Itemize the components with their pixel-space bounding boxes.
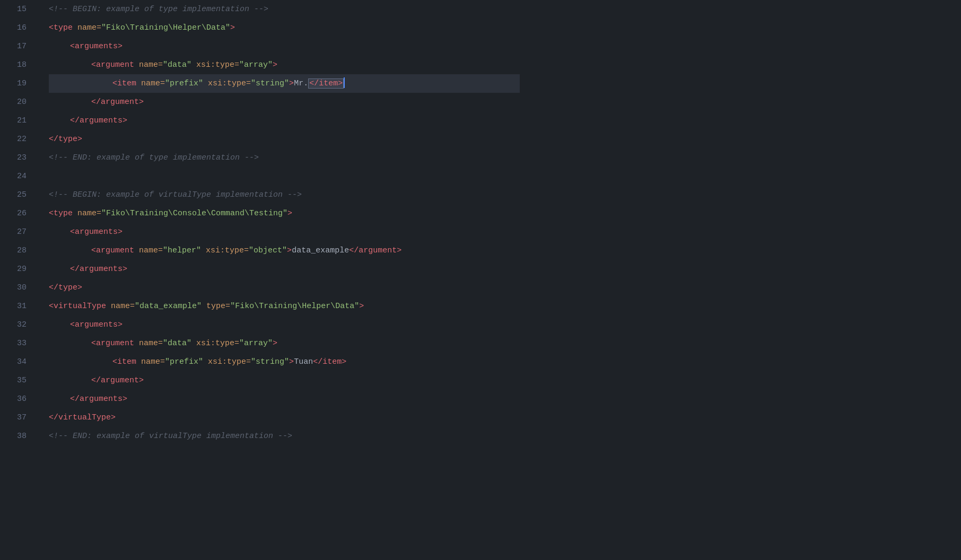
code-line-34: <item name="prefix" xsi:type="string">Tu… — [49, 353, 520, 371]
line-numbers: 15 16 17 18 19 20 21 22 23 24 25 26 27 2… — [0, 0, 36, 560]
code-line-26: <type name="Fiko\Training\Console\Comman… — [49, 204, 520, 223]
line-num-32: 32 — [0, 316, 27, 334]
code-line-25: <!-- BEGIN: example of virtualType imple… — [49, 186, 520, 204]
code-line-18: <argument name="data" xsi:type="array"> — [49, 56, 520, 74]
right-panel — [530, 0, 961, 560]
line-num-38: 38 — [0, 427, 27, 445]
line-num-18: 18 — [0, 56, 27, 74]
code-line-23: <!-- END: example of type implementation… — [49, 148, 520, 167]
line-num-17: 17 — [0, 37, 27, 56]
code-line-22: </type> — [49, 130, 520, 148]
line-num-26: 26 — [0, 204, 27, 223]
code-line-27: <arguments> — [49, 223, 520, 241]
code-line-36: </arguments> — [49, 390, 520, 408]
code-line-28: <argument name="helper" xsi:type="object… — [49, 241, 520, 260]
line-num-25: 25 — [0, 186, 27, 204]
code-line-19: <item name="prefix" xsi:type="string">Mr… — [49, 74, 520, 93]
code-line-32: <arguments> — [49, 316, 520, 334]
line-num-15: 15 — [0, 0, 27, 19]
code-line-29: </arguments> — [49, 260, 520, 278]
code-area[interactable]: <!-- BEGIN: example of type implementati… — [36, 0, 530, 560]
line-num-37: 37 — [0, 408, 27, 427]
code-line-37: </virtualType> — [49, 408, 520, 427]
line-num-30: 30 — [0, 278, 27, 297]
line-num-20: 20 — [0, 93, 27, 111]
line-num-23: 23 — [0, 148, 27, 167]
code-line-16: <type name="Fiko\Training\Helper\Data"> — [49, 19, 520, 37]
line-num-19: 19 — [0, 74, 27, 93]
line-num-28: 28 — [0, 241, 27, 260]
code-line-35: </argument> — [49, 371, 520, 390]
code-line-30: </type> — [49, 278, 520, 297]
line-num-31: 31 — [0, 297, 27, 316]
line-num-34: 34 — [0, 353, 27, 371]
code-line-20: </argument> — [49, 93, 520, 111]
code-line-33: <argument name="data" xsi:type="array"> — [49, 334, 520, 353]
code-line-21: </arguments> — [49, 111, 520, 130]
code-line-31: <virtualType name="data_example" type="F… — [49, 297, 520, 316]
line-num-36: 36 — [0, 390, 27, 408]
line-num-22: 22 — [0, 130, 27, 148]
line-num-21: 21 — [0, 111, 27, 130]
code-line-38: <!-- END: example of virtualType impleme… — [49, 427, 520, 445]
code-line-17: <arguments> — [49, 37, 520, 56]
line-num-24: 24 — [0, 167, 27, 186]
line-num-29: 29 — [0, 260, 27, 278]
line-num-16: 16 — [0, 19, 27, 37]
editor-container: 15 16 17 18 19 20 21 22 23 24 25 26 27 2… — [0, 0, 961, 560]
line-num-33: 33 — [0, 334, 27, 353]
code-line-15: <!-- BEGIN: example of type implementati… — [49, 0, 520, 19]
line-num-35: 35 — [0, 371, 27, 390]
line-num-27: 27 — [0, 223, 27, 241]
code-line-24 — [49, 167, 520, 186]
